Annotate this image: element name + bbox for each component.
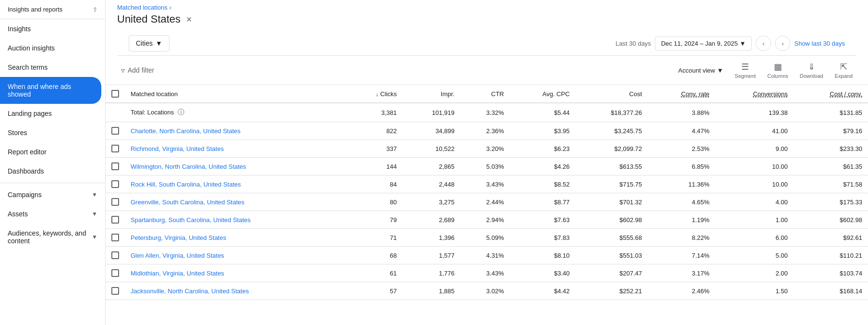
date-dropdown-icon: ▼	[740, 40, 746, 47]
location-link-5[interactable]: Spartanburg, South Carolina, United Stat…	[131, 216, 251, 224]
filter-bar-left: ▿ Add filter	[117, 63, 158, 78]
date-prev-button[interactable]: ‹	[756, 36, 771, 51]
col-header-conversions[interactable]: Conversions	[715, 85, 794, 103]
row-cost-conv-6: $92.61	[794, 229, 868, 247]
row-checkbox-cell-9	[106, 282, 125, 300]
sidebar-item-insights[interactable]: Insights	[0, 19, 105, 38]
table-header-row: Matched location ↓ Clicks Impr. CTR Avg.…	[106, 85, 868, 103]
show-last-30-button[interactable]: Show last 30 days	[794, 40, 845, 47]
row-conversions-9: 1.50	[715, 282, 794, 300]
sidebar-item-stores[interactable]: Stores	[0, 123, 105, 142]
filter-bar: ▿ Add filter Account view ▼ ☰ Segment ▦	[106, 56, 868, 85]
col-header-clicks[interactable]: ↓ Clicks	[348, 85, 403, 103]
location-link-9[interactable]: Jacksonville, North Carolina, United Sta…	[131, 288, 249, 295]
account-view-button[interactable]: Account view ▼	[678, 67, 723, 74]
download-button[interactable]: ⇓ Download	[796, 60, 827, 81]
sidebar-section-campaigns[interactable]: Campaigns ▼	[0, 185, 105, 204]
location-link-6[interactable]: Petersburg, Virginia, United States	[131, 234, 226, 241]
row-checkbox-0[interactable]	[111, 127, 119, 135]
total-conversions: 139.38	[715, 103, 794, 122]
location-link-0[interactable]: Charlotte, North Carolina, United States	[131, 127, 241, 135]
table-area: ▿ Add filter Account view ▼ ☰ Segment ▦	[106, 56, 868, 325]
location-link-8[interactable]: Midlothian, Virginia, United States	[131, 270, 224, 277]
location-link-7[interactable]: Glen Allen, Virginia, United States	[131, 252, 224, 259]
date-next-button[interactable]: ›	[775, 36, 790, 51]
row-cost-1: $2,099.72	[576, 140, 648, 158]
row-checkbox-1[interactable]	[111, 145, 119, 152]
col-header-ctr[interactable]: CTR	[460, 85, 510, 103]
row-location-9: Jacksonville, North Carolina, United Sta…	[125, 282, 348, 300]
data-table: Matched location ↓ Clicks Impr. CTR Avg.…	[106, 85, 868, 300]
row-checkbox-cell-5	[106, 211, 125, 229]
col-header-cost-conv[interactable]: Cost / conv.	[794, 85, 868, 103]
location-link-1[interactable]: Richmond, Virginia, United States	[131, 145, 224, 152]
table-row: Petersburg, Virginia, United States 71 1…	[106, 229, 868, 247]
date-range-selector[interactable]: Dec 11, 2024 – Jan 9, 2025 ▼	[655, 37, 752, 50]
row-checkbox-3[interactable]	[111, 180, 119, 188]
row-ctr-3: 3.43%	[460, 175, 510, 193]
row-location-3: Rock Hill, South Carolina, United States	[125, 175, 348, 193]
sidebar-item-landing-pages[interactable]: Landing pages	[0, 104, 105, 123]
sidebar-collapse-icon[interactable]: ⇧	[93, 6, 97, 13]
columns-button[interactable]: ▦ Columns	[763, 60, 792, 81]
cities-dropdown[interactable]: Cities ▼	[129, 35, 169, 51]
close-icon[interactable]: ×	[186, 14, 192, 25]
row-checkbox-cell-6	[106, 229, 125, 247]
row-clicks-1: 337	[348, 140, 403, 158]
row-ctr-0: 2.36%	[460, 122, 510, 140]
sidebar-section-audiences[interactable]: Audiences, keywords, and content ▼	[0, 224, 105, 250]
row-impr-9: 1,885	[403, 282, 460, 300]
col-header-avg-cpc[interactable]: Avg. CPC	[510, 85, 576, 103]
row-checkbox-5[interactable]	[111, 216, 119, 224]
sidebar-item-report-editor[interactable]: Report editor	[0, 142, 105, 162]
row-checkbox-2[interactable]	[111, 162, 119, 170]
row-clicks-8: 61	[348, 264, 403, 282]
row-cost-conv-5: $602.98	[794, 211, 868, 229]
row-cost-conv-3: $71.58	[794, 175, 868, 193]
col-header-impr[interactable]: Impr.	[403, 85, 460, 103]
row-checkbox-9[interactable]	[111, 287, 119, 295]
row-checkbox-6[interactable]	[111, 234, 119, 241]
sidebar-divider	[0, 183, 105, 183]
row-cost-7: $551.03	[576, 247, 648, 264]
row-impr-3: 2,448	[403, 175, 460, 193]
sidebar-item-search-terms[interactable]: Search terms	[0, 58, 105, 77]
col-header-cost[interactable]: Cost	[576, 85, 648, 103]
row-cost-4: $701.32	[576, 193, 648, 211]
sidebar-header: Insights and reports ⇧	[0, 0, 105, 19]
segment-button[interactable]: ☰ Segment	[731, 60, 760, 81]
sidebar-section-assets[interactable]: Assets ▼	[0, 204, 105, 224]
total-info-icon[interactable]: ⓘ	[178, 108, 184, 116]
add-filter-button[interactable]: ▿ Add filter	[117, 63, 158, 78]
row-clicks-2: 144	[348, 158, 403, 175]
sidebar-item-auction-insights[interactable]: Auction insights	[0, 38, 105, 58]
assets-chevron-icon: ▼	[92, 211, 97, 217]
location-link-3[interactable]: Rock Hill, South Carolina, United States	[131, 181, 241, 188]
col-header-conv-rate[interactable]: Conv. rate	[648, 85, 715, 103]
row-conv-rate-5: 1.19%	[648, 211, 715, 229]
location-link-4[interactable]: Greenville, South Carolina, United State…	[131, 199, 244, 206]
filter-icon: ▿	[121, 66, 125, 75]
sort-down-icon: ↓	[376, 91, 379, 97]
sidebar-header-text: Insights and reports	[8, 6, 62, 13]
row-checkbox-4[interactable]	[111, 198, 119, 206]
row-checkbox-8[interactable]	[111, 269, 119, 277]
location-link-2[interactable]: Wilmington, North Carolina, United State…	[131, 163, 246, 170]
row-conversions-1: 9.00	[715, 140, 794, 158]
row-avg-cpc-6: $7.83	[510, 229, 576, 247]
row-avg-cpc-7: $8.10	[510, 247, 576, 264]
expand-button[interactable]: ⇱ Expand	[831, 60, 856, 81]
row-conversions-7: 5.00	[715, 247, 794, 264]
breadcrumb-link[interactable]: Matched locations	[117, 4, 168, 11]
sidebar-item-dashboards[interactable]: Dashboards	[0, 162, 105, 181]
assets-label: Assets	[8, 210, 28, 218]
row-conv-rate-1: 2.53%	[648, 140, 715, 158]
sidebar-item-when-and-where[interactable]: When and where ads showed	[0, 77, 101, 104]
date-range-text: Dec 11, 2024 – Jan 9, 2025	[661, 40, 738, 47]
row-checkbox-7[interactable]	[111, 251, 119, 259]
row-cost-2: $613.55	[576, 158, 648, 175]
page-title-row: United States ×	[117, 13, 856, 25]
select-all-checkbox[interactable]	[111, 90, 119, 98]
total-cost-conv: $131.85	[794, 103, 868, 122]
table-row: Midlothian, Virginia, United States 61 1…	[106, 264, 868, 282]
